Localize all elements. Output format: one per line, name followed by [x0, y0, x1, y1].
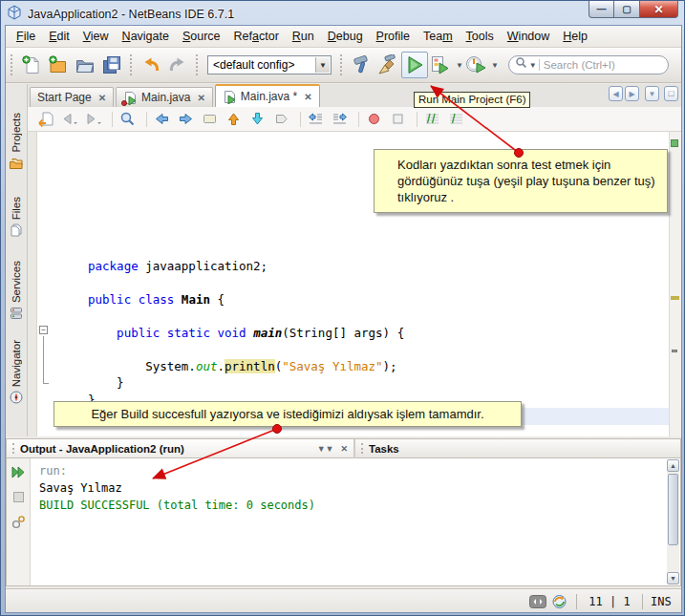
stop-icon[interactable]	[11, 489, 27, 505]
forward-icon[interactable]	[83, 110, 103, 129]
code-line: package javaapplication2;	[66, 258, 404, 275]
error-stripe[interactable]	[669, 132, 681, 436]
menu-help[interactable]: Help	[556, 27, 594, 46]
projects-icon	[9, 156, 24, 171]
toggle-highlight-icon[interactable]	[200, 110, 220, 129]
close-button[interactable]: ✕	[640, 1, 678, 18]
new-project-icon	[48, 54, 69, 75]
console-output[interactable]: run:Savaş YılmazBUILD SUCCESSFUL (total …	[39, 462, 315, 514]
save-all-button[interactable]	[98, 52, 125, 78]
tasks-tab[interactable]: Tasks	[355, 439, 680, 458]
profile-icon	[465, 54, 488, 75]
minimize-window-icon[interactable]: ▼▼	[317, 444, 334, 454]
open-project-button[interactable]	[72, 52, 98, 78]
sidebar-tab-label: Navigator	[11, 340, 22, 387]
code-line	[66, 274, 404, 291]
find-previous-icon[interactable]	[152, 110, 172, 129]
debug-icon	[430, 54, 453, 75]
title-bar[interactable]: JavaApplication2 - NetBeans IDE 6.7.1 — …	[7, 5, 678, 24]
stop-macro-icon[interactable]	[388, 110, 408, 129]
undo-button[interactable]	[138, 52, 164, 78]
menu-team[interactable]: Team	[417, 27, 460, 46]
previous-bookmark-icon[interactable]	[224, 110, 244, 129]
output-tab[interactable]: Output - JavaApplication2 (run) ▼▼ ✕	[7, 439, 353, 458]
chevron-down-icon[interactable]: ▼	[491, 61, 499, 70]
sidebar-tab-navigator[interactable]: Navigator	[6, 340, 27, 405]
chevron-down-icon[interactable]: ▼	[456, 61, 463, 70]
search-input[interactable]	[544, 59, 649, 71]
scroll-down-icon[interactable]: ▼	[667, 572, 679, 584]
close-output-icon[interactable]: ✕	[340, 444, 348, 454]
close-tab-icon[interactable]: ✕	[304, 92, 311, 102]
menu-source[interactable]: Source	[176, 27, 227, 46]
menu-profile[interactable]: Profile	[370, 27, 417, 46]
window-title: JavaApplication2 - NetBeans IDE 6.7.1	[28, 8, 234, 21]
comment-icon[interactable]	[422, 110, 442, 129]
editor-tab[interactable]: Start Page✕	[30, 87, 114, 107]
menu-refactor[interactable]: Refactor	[227, 27, 286, 46]
output-scrollbar[interactable]: ▲ ▼	[667, 459, 679, 584]
new-project-button[interactable]	[45, 52, 72, 78]
uncomment-icon[interactable]	[446, 110, 466, 129]
refresh-icon[interactable]	[551, 594, 568, 609]
close-tab-icon[interactable]: ✕	[98, 93, 106, 103]
new-file-button[interactable]	[18, 52, 45, 78]
profile-button[interactable]	[463, 52, 490, 78]
caret-marker	[672, 350, 677, 352]
clean-build-button[interactable]	[375, 52, 401, 78]
menu-window[interactable]: Window	[501, 27, 556, 46]
run-button[interactable]	[401, 52, 428, 78]
tab-list-dropdown-button[interactable]: ▼	[645, 86, 659, 101]
find-next-icon[interactable]	[176, 110, 196, 129]
netbeans-window: JavaApplication2 - NetBeans IDE 6.7.1 — …	[0, 0, 685, 616]
menu-edit[interactable]: Edit	[42, 27, 76, 46]
menu-file[interactable]: File	[10, 27, 42, 46]
code-line: public class Main {	[66, 291, 404, 308]
toolbar-grip	[196, 54, 199, 75]
record-macro-icon[interactable]	[364, 110, 384, 129]
code-fold-toggle[interactable]: −	[39, 326, 48, 334]
menu-debug[interactable]: Debug	[321, 27, 370, 46]
toolbar-grip	[340, 54, 343, 75]
toolbar-grip	[11, 54, 13, 75]
menu-tools[interactable]: Tools	[460, 27, 501, 46]
sidebar-tab-projects[interactable]: Projects	[6, 113, 27, 171]
scroll-tabs-left-button[interactable]: ◀	[609, 86, 623, 101]
scroll-tabs-right-button[interactable]: ▶	[625, 86, 639, 101]
minimize-button[interactable]: —	[589, 1, 614, 18]
sidebar-tab-label: Files	[11, 197, 22, 220]
quick-search[interactable]: ▼	[508, 55, 669, 74]
rerun-icon[interactable]	[11, 464, 27, 480]
editor-tab[interactable]: Main.java *✕	[215, 84, 320, 107]
clean-build-icon	[377, 54, 398, 75]
toolbar-separator	[300, 112, 301, 127]
menu-bar: FileEditViewNavigateSourceRefactorRunDeb…	[6, 26, 681, 48]
editor-tab[interactable]: Main.java✕	[116, 87, 213, 107]
menu-navigate[interactable]: Navigate	[116, 27, 176, 46]
shift-right-icon[interactable]	[330, 110, 350, 129]
menu-run[interactable]: Run	[286, 27, 321, 46]
editor-navigation-icon[interactable]	[529, 594, 546, 609]
run-button-tooltip: Run Main Project (F6)	[414, 92, 530, 108]
shift-left-icon[interactable]	[306, 110, 326, 129]
close-tab-icon[interactable]: ✕	[197, 93, 204, 103]
maximize-button[interactable]: ▢	[614, 1, 640, 18]
sidebar-tab-services[interactable]: Services	[6, 261, 27, 321]
options-icon[interactable]	[11, 514, 27, 530]
config-dropdown[interactable]: <default config> ▼	[207, 55, 332, 74]
scrollbar-thumb[interactable]	[668, 474, 678, 545]
redo-button[interactable]	[164, 52, 191, 78]
left-sidebar: ProjectsFilesServicesNavigator	[6, 84, 28, 436]
next-bookmark-icon[interactable]	[247, 110, 268, 129]
back-icon[interactable]	[59, 110, 79, 129]
maximize-editor-button[interactable]: ☐	[664, 86, 678, 101]
toolbar-grip	[130, 54, 133, 75]
sidebar-tab-files[interactable]: Files	[6, 197, 27, 238]
toggle-bookmark-icon[interactable]	[271, 110, 291, 129]
last-edit-location-icon[interactable]	[35, 110, 55, 129]
scroll-up-icon[interactable]: ▲	[667, 459, 679, 472]
debug-button[interactable]	[428, 52, 455, 78]
menu-view[interactable]: View	[76, 27, 116, 46]
build-button[interactable]	[348, 52, 375, 78]
find-selection-icon[interactable]	[118, 110, 138, 129]
